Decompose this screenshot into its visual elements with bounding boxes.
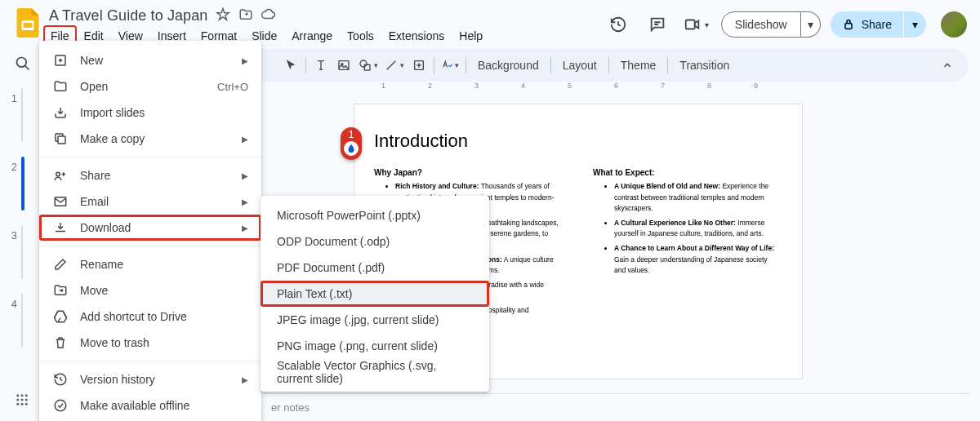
- share-label: Share: [862, 18, 892, 31]
- thumbnail-1[interactable]: 1: [11, 88, 41, 142]
- download-scalable[interactable]: Scalable Vector Graphics (.svg, current …: [261, 359, 489, 385]
- background-button[interactable]: Background: [470, 54, 547, 77]
- file-menu-dropdown: New▶OpenCtrl+OImport slidesMake a copy▶S…: [39, 41, 261, 421]
- svg-point-18: [25, 403, 28, 405]
- svg-point-21: [56, 172, 60, 176]
- speaker-notes[interactable]: er notes: [261, 393, 970, 421]
- file-menu-new[interactable]: New▶: [39, 47, 261, 73]
- theme-button[interactable]: Theme: [612, 54, 665, 77]
- right-heading: What to Expect:: [593, 168, 655, 177]
- thumbnail-4[interactable]: 4: [11, 294, 41, 348]
- record-icon[interactable]: ▾: [682, 11, 711, 38]
- thumbnail-2[interactable]: 2: [11, 157, 41, 210]
- svg-point-16: [16, 403, 19, 405]
- slide-title[interactable]: Introduction: [374, 131, 468, 152]
- svg-rect-2: [686, 20, 695, 29]
- search-icon[interactable]: [15, 55, 31, 74]
- file-menu-share[interactable]: Share▶: [39, 162, 261, 188]
- file-menu-version-history[interactable]: Version history▶: [39, 366, 261, 392]
- copy-icon: [52, 131, 69, 147]
- file-menu-import-slides[interactable]: Import slides: [39, 100, 261, 126]
- share-button[interactable]: Share: [831, 11, 903, 38]
- move-icon: [52, 282, 69, 299]
- svg-point-15: [25, 399, 28, 401]
- mail-icon: [52, 193, 69, 210]
- rename-icon: [52, 256, 69, 273]
- download-png[interactable]: PNG image (.png, current slide): [261, 333, 489, 359]
- svg-rect-8: [364, 64, 370, 70]
- slides-logo[interactable]: [11, 7, 44, 39]
- file-menu-make-available-offline[interactable]: Make available offline: [39, 392, 261, 419]
- transition-button[interactable]: Transition: [671, 54, 737, 77]
- download-plain[interactable]: Plain Text (.txt): [261, 281, 489, 307]
- svg-point-13: [16, 399, 19, 401]
- download-icon: [52, 219, 69, 236]
- menu-arrange[interactable]: Arrange: [285, 26, 339, 46]
- import-icon: [52, 104, 69, 121]
- share-caret[interactable]: ▾: [904, 11, 926, 38]
- image-tool[interactable]: [332, 54, 355, 77]
- history-icon[interactable]: [604, 11, 633, 38]
- file-menu-open[interactable]: OpenCtrl+O: [39, 73, 261, 100]
- svg-rect-1: [24, 23, 33, 28]
- svg-point-12: [25, 394, 28, 397]
- doc-title[interactable]: A Travel Guide to Japan: [49, 7, 207, 24]
- svg-point-4: [17, 58, 27, 68]
- file-menu-move[interactable]: Move: [39, 277, 261, 304]
- add-comment-tool[interactable]: [408, 54, 430, 77]
- svg-rect-20: [58, 136, 65, 144]
- avatar[interactable]: [941, 11, 967, 38]
- svg-point-10: [16, 394, 19, 397]
- download-pdf[interactable]: PDF Document (.pdf): [261, 255, 489, 281]
- plus-icon: [52, 52, 69, 69]
- slideshow-button[interactable]: Slideshow: [721, 11, 801, 38]
- right-bullets: A Unique Blend of Old and New: Experienc…: [603, 181, 781, 280]
- share-icon: [52, 167, 69, 184]
- thumbnail-3[interactable]: 3: [11, 225, 41, 279]
- file-menu-make-a-copy[interactable]: Make a copy▶: [39, 126, 261, 152]
- menu-help[interactable]: Help: [452, 26, 489, 46]
- select-tool[interactable]: [279, 54, 302, 77]
- menu-tools[interactable]: Tools: [341, 26, 381, 46]
- download-microsoft[interactable]: Microsoft PowerPoint (.pptx): [261, 202, 489, 228]
- history-icon: [52, 371, 69, 388]
- download-jpeg[interactable]: JPEG image (.jpg, current slide): [261, 307, 489, 333]
- offline-icon: [52, 397, 69, 414]
- line-tool[interactable]: ▾: [381, 54, 408, 77]
- drive-icon: [52, 308, 69, 325]
- file-menu-move-to-trash[interactable]: Move to trash: [39, 330, 261, 356]
- download-odp[interactable]: ODP Document (.odp): [261, 228, 489, 255]
- annotation-badge: 1: [341, 127, 362, 160]
- left-heading: Why Japan?: [374, 168, 422, 177]
- menu-extensions[interactable]: Extensions: [382, 26, 451, 46]
- shape-tool[interactable]: ▾: [355, 54, 381, 77]
- download-submenu: Microsoft PowerPoint (.pptx)ODP Document…: [261, 196, 489, 392]
- annotation-number: 1: [349, 129, 354, 140]
- comments-icon[interactable]: [643, 11, 672, 38]
- textbox-tool[interactable]: [310, 54, 332, 77]
- svg-point-11: [21, 394, 24, 397]
- file-menu-rename[interactable]: Rename: [39, 251, 261, 277]
- star-icon[interactable]: [216, 7, 230, 24]
- file-menu-email[interactable]: Email▶: [39, 188, 261, 215]
- layout-button[interactable]: Layout: [555, 54, 605, 77]
- cloud-status-icon[interactable]: [261, 7, 276, 24]
- trash-icon: [52, 335, 69, 351]
- collapse-toolbar-icon[interactable]: [936, 54, 959, 77]
- slideshow-caret[interactable]: ▾: [801, 11, 821, 38]
- svg-point-14: [21, 399, 24, 401]
- file-menu-add-shortcut-to-drive[interactable]: Add shortcut to Drive: [39, 304, 261, 330]
- thumbnail-panel: 1234: [11, 88, 41, 362]
- svg-rect-3: [845, 24, 852, 29]
- explore-icon[interactable]: [15, 392, 29, 410]
- spellcheck-tool[interactable]: ▾: [438, 54, 462, 77]
- file-menu-download[interactable]: Download▶: [39, 215, 261, 241]
- ruler: 123456789: [354, 82, 964, 93]
- svg-point-23: [55, 400, 66, 411]
- folder-icon: [52, 78, 69, 95]
- move-folder-icon[interactable]: [238, 7, 253, 24]
- svg-point-17: [21, 403, 24, 405]
- svg-point-7: [360, 60, 367, 67]
